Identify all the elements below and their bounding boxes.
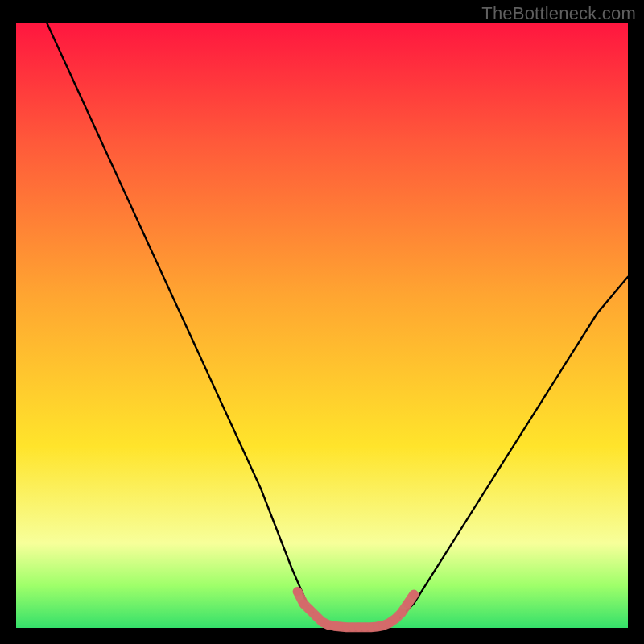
chart-frame: TheBottleneck.com — [0, 0, 644, 644]
gradient-background — [16, 23, 628, 628]
svg-point-18 — [403, 599, 412, 608]
svg-point-19 — [410, 590, 419, 599]
svg-point-17 — [397, 609, 406, 617]
watermark-text: TheBottleneck.com — [481, 3, 636, 24]
svg-point-0 — [293, 587, 302, 596]
bottleneck-chart — [0, 0, 644, 644]
